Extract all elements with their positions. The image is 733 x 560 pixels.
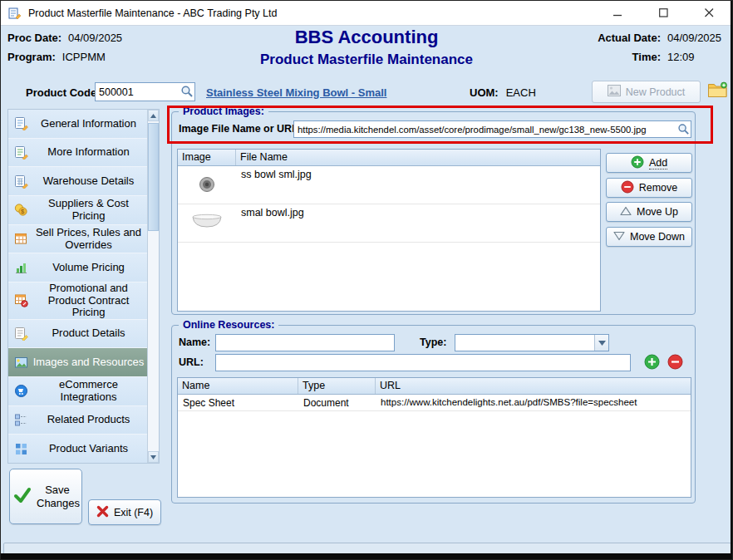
- app-title: BBS Accounting: [260, 27, 473, 48]
- sidebar-item-related-products[interactable]: Related Products: [8, 406, 147, 435]
- resource-type-select[interactable]: [455, 334, 609, 351]
- resource-url-input[interactable]: [216, 355, 630, 371]
- online-resources-group: Online Resources: Name: Type: URL: Name …: [171, 325, 696, 504]
- add-plus-icon: [631, 155, 644, 171]
- product-images-group-label: Product Images:: [179, 106, 268, 117]
- window-bottom-edge: [1, 553, 732, 559]
- warehouse-details-icon: [14, 174, 28, 189]
- sidebar-item-product-variants[interactable]: Product Variants: [8, 435, 147, 463]
- move-up-button[interactable]: Move Up: [606, 202, 692, 222]
- resource-type-value: [455, 335, 594, 351]
- save-check-icon: [13, 486, 32, 507]
- more-information-icon: [14, 145, 28, 160]
- sidebar-item-label: Promotional and Product Contract Pricing: [32, 282, 145, 319]
- program-row: Program: ICPPMM: [7, 51, 106, 63]
- sidebar-item-promotional-pricing[interactable]: Promotional and Product Contract Pricing: [8, 282, 147, 320]
- uom-label: UOM:: [470, 86, 499, 99]
- product-code-search-icon[interactable]: [180, 85, 194, 101]
- resource-name: Spec Sheet: [178, 395, 298, 410]
- close-button[interactable]: [686, 1, 732, 25]
- sidebar-nav: General Information More Information War…: [7, 109, 160, 464]
- add-label: Add: [649, 157, 667, 169]
- sidebar-item-sell-prices[interactable]: Sell Prices, Rules and Overrides: [8, 225, 147, 254]
- sidebar-item-product-details[interactable]: Product Details: [8, 320, 147, 349]
- resource-url-field: [215, 354, 631, 371]
- save-changes-button[interactable]: Save Changes: [9, 469, 82, 524]
- image-table-row[interactable]: smal bowl.jpg: [178, 204, 600, 243]
- remove-image-button[interactable]: Remove: [606, 178, 692, 198]
- move-up-arrow-icon: [620, 206, 632, 219]
- sidebar-items: General Information More Information War…: [8, 110, 147, 463]
- window-controls: [595, 1, 732, 25]
- resource-table-row[interactable]: Spec Sheet Document https://www.kitchend…: [178, 395, 691, 411]
- sidebar-item-warehouse-details[interactable]: Warehouse Details: [8, 167, 147, 196]
- maximize-button[interactable]: [641, 1, 686, 25]
- column-header-url[interactable]: URL: [376, 378, 691, 394]
- move-down-arrow-icon: [613, 231, 625, 243]
- move-down-button[interactable]: Move Down: [606, 227, 692, 247]
- program-label: Program:: [7, 51, 56, 63]
- screen-title: Product Masterfile Maintenance: [260, 51, 473, 69]
- header-titles: BBS Accounting Product Masterfile Mainte…: [260, 27, 473, 69]
- exit-button[interactable]: Exit (F4): [88, 499, 161, 525]
- image-file-name: smal bowl.jpg: [236, 204, 600, 242]
- product-images-table: Image File Name ss bowl sml.jpg smal bow…: [177, 149, 601, 312]
- time-label: Time:: [591, 51, 661, 63]
- add-image-button[interactable]: Add: [606, 153, 692, 173]
- resource-type-label: Type:: [420, 336, 446, 348]
- column-header-image[interactable]: Image: [178, 150, 236, 165]
- sidebar-item-label: Volume Pricing: [32, 262, 145, 274]
- sidebar-item-label: Product Variants: [32, 443, 145, 455]
- time-row: Time: 12:09: [591, 51, 727, 63]
- window-right-edge: [731, 1, 732, 559]
- window-title: Product Masterfile Maintenance - ABC Tra…: [28, 7, 277, 19]
- image-folder-button[interactable]: [705, 80, 730, 103]
- actual-date-label: Actual Date:: [591, 32, 661, 44]
- sidebar-scrollbar: [147, 110, 159, 463]
- images-and-resources-icon: [14, 356, 28, 370]
- folder-icon: [707, 81, 728, 101]
- product-details-icon: [14, 327, 28, 341]
- sidebar-item-suppliers-cost-pricing[interactable]: $ Suppliers & Cost Pricing: [8, 196, 147, 225]
- image-thumbnail-cell: [178, 204, 236, 242]
- product-images-table-header: Image File Name: [178, 150, 600, 166]
- resource-name-input[interactable]: [216, 335, 394, 351]
- sidebar-item-images-and-resources[interactable]: Images and Resources: [8, 348, 147, 377]
- product-name-link[interactable]: Stainless Steel Mixing Bowl - Small: [206, 86, 386, 99]
- online-resources-table: Name Type URL Spec Sheet Document https:…: [177, 377, 691, 498]
- product-variants-icon: [14, 442, 28, 456]
- sidebar-item-ecommerce-integrations[interactable]: eCommerce Integrations: [8, 377, 147, 406]
- image-url-input[interactable]: [294, 121, 691, 137]
- scroll-down-arrow[interactable]: [148, 451, 159, 463]
- remove-resource-button[interactable]: [667, 354, 683, 370]
- move-down-label: Move Down: [630, 231, 685, 243]
- minimize-button[interactable]: [595, 1, 641, 25]
- proc-date-label: Proc Date:: [7, 32, 61, 44]
- proc-date-row: Proc Date: 04/09/2025: [7, 32, 122, 44]
- sidebar-item-more-information[interactable]: More Information: [8, 139, 147, 168]
- scroll-thumb[interactable]: [148, 123, 159, 231]
- actual-date-row: Actual Date: 04/09/2025: [591, 32, 727, 44]
- online-resources-table-header: Name Type URL: [178, 378, 691, 395]
- new-product-button[interactable]: New Product: [592, 81, 701, 103]
- sidebar-item-volume-pricing[interactable]: Volume Pricing: [8, 253, 147, 282]
- exit-x-icon: [96, 505, 109, 520]
- scroll-track[interactable]: [148, 121, 159, 451]
- sell-prices-icon: [14, 232, 28, 246]
- chevron-down-icon: [594, 335, 608, 351]
- column-header-file-name[interactable]: File Name: [236, 150, 600, 165]
- column-header-name[interactable]: Name: [178, 378, 298, 394]
- product-code-field: [95, 82, 195, 101]
- sidebar-item-general-information[interactable]: General Information: [8, 110, 147, 139]
- column-header-type[interactable]: Type: [298, 378, 376, 394]
- image-url-search-icon[interactable]: [677, 123, 690, 138]
- add-resource-button[interactable]: [644, 354, 660, 370]
- image-table-row[interactable]: ss bowl sml.jpg: [178, 166, 600, 204]
- resource-name-field: [215, 334, 395, 351]
- scroll-up-arrow[interactable]: [148, 110, 159, 121]
- time-value: 12:09: [667, 51, 727, 63]
- uom-value: EACH: [506, 86, 536, 99]
- bowl-top-thumbnail: [198, 174, 216, 195]
- exit-label: Exit (F4): [114, 507, 153, 518]
- sidebar-item-label: eCommerce Integrations: [32, 379, 145, 403]
